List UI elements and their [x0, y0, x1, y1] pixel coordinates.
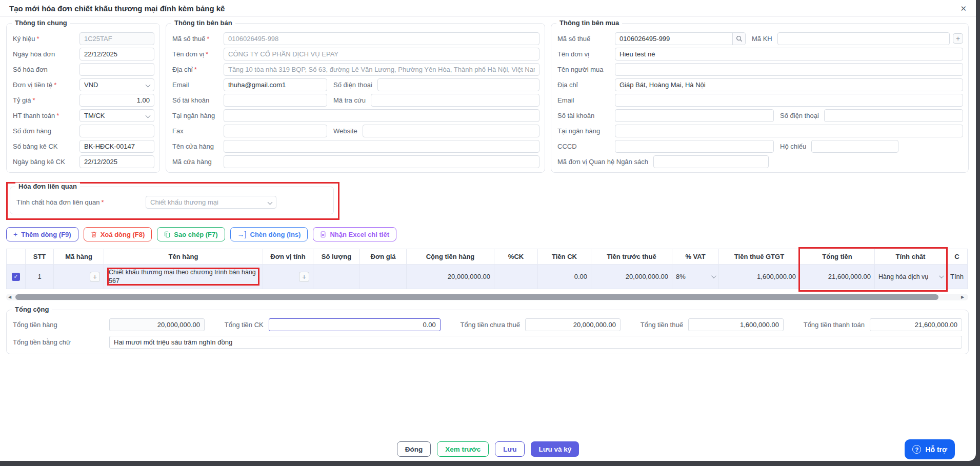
cell-so-luong[interactable] — [313, 265, 360, 289]
field-label: Tổng tiền CK — [225, 321, 264, 329]
field-label: Tên người mua — [557, 66, 604, 73]
cell-ten-hang[interactable]: Chiết khấu thương mại theo chương trình … — [104, 265, 263, 289]
horizontal-scrollbar[interactable]: ◀ ▶ — [6, 294, 968, 300]
buyer-mst-input[interactable] — [615, 32, 746, 45]
cell-vat-select[interactable]: 8% — [672, 265, 719, 289]
search-icon[interactable] — [732, 33, 745, 45]
add-customer-button[interactable]: + — [953, 33, 963, 44]
total-tien-hang-input[interactable] — [109, 318, 205, 331]
section-legend: Thông tin chung — [12, 19, 70, 27]
cell-ck-percent[interactable] — [494, 265, 538, 289]
seller-email-input[interactable] — [224, 78, 327, 91]
seller-mst-input[interactable] — [224, 32, 539, 45]
buyer-passport-input[interactable] — [811, 140, 898, 153]
cell-tong-tien[interactable]: 21,600,000.00 — [800, 265, 875, 289]
question-icon: ? — [912, 445, 921, 454]
so-hoa-don-input[interactable] — [79, 63, 154, 76]
close-button[interactable]: Đóng — [397, 441, 431, 457]
save-button[interactable]: Lưu — [495, 441, 525, 457]
currency-select[interactable] — [79, 78, 154, 91]
field-label: Tổng tiền chưa thuế — [461, 321, 520, 329]
so-bang-ke-input[interactable] — [79, 140, 154, 153]
total-chua-thue-input[interactable] — [525, 318, 621, 331]
required-asterisk: * — [101, 198, 104, 206]
scrollbar-thumb[interactable] — [15, 294, 938, 300]
total-tien-ck-input[interactable] — [269, 318, 441, 331]
required-asterisk: * — [32, 96, 35, 104]
seller-bank-input[interactable] — [224, 109, 539, 122]
buyer-name-input[interactable] — [615, 63, 963, 76]
buyer-bank-input[interactable] — [615, 125, 963, 137]
support-button[interactable]: ? Hỗ trợ — [905, 439, 955, 459]
pick-unit-button[interactable]: + — [299, 272, 309, 282]
insert-row-button[interactable]: →] Chèn dòng (Ins) — [230, 227, 308, 241]
cell-tien-ck[interactable]: 0.00 — [538, 265, 591, 289]
scroll-right-arrow-icon[interactable]: ▶ — [959, 294, 966, 300]
col-don-gia: Đơn giá — [360, 249, 407, 265]
total-bang-chu-input[interactable] — [109, 336, 962, 349]
ky-hieu-input[interactable] — [79, 32, 154, 45]
section-general-info: Thông tin chung Ký hiệu* Ngày hóa đơn Số… — [6, 23, 160, 173]
seller-store-code-input[interactable] — [224, 155, 539, 168]
pick-item-button[interactable]: + — [90, 272, 100, 282]
seller-fax-input[interactable] — [224, 125, 327, 137]
cell-tien-truoc-thue[interactable]: 20,000,000.00 — [591, 265, 672, 289]
buyer-account-input[interactable] — [615, 109, 774, 122]
buyer-cccd-input[interactable] — [615, 140, 774, 153]
total-thue-input[interactable] — [688, 318, 784, 331]
create-invoice-modal: Tạo mới hóa đơn chiết khấu thương mại đí… — [0, 0, 976, 461]
cell-ma-hang[interactable]: + — [54, 265, 104, 289]
total-thanh-toan-input[interactable] — [870, 318, 962, 331]
field-row-ht-thanh-toan: HT thanh toán* — [13, 108, 154, 123]
scroll-left-arrow-icon[interactable]: ◀ — [6, 294, 13, 300]
import-excel-button[interactable]: Nhận Excel chi tiết — [313, 227, 396, 241]
required-asterisk: * — [194, 66, 197, 73]
buyer-customer-code-input[interactable] — [777, 32, 950, 45]
buyer-address-input[interactable] — [615, 78, 963, 91]
cell-cong-tien-hang[interactable]: 20,000,000.00 — [407, 265, 494, 289]
seller-store-name-input[interactable] — [224, 140, 539, 153]
cell-tien-thue-gtgt[interactable]: 1,600,000.00 — [719, 265, 800, 289]
field-label: Tên cửa hàng — [172, 143, 214, 150]
add-row-button[interactable]: + Thêm dòng (F9) — [6, 227, 78, 241]
section-legend: Tổng cộng — [12, 306, 52, 313]
field-label: Mã cửa hàng — [172, 158, 212, 166]
copy-row-button[interactable]: Sao chép (F7) — [157, 227, 225, 241]
field-label: Tên đơn vị — [557, 50, 589, 58]
table-header-row: STT Mã hàng Tên hàng Đơn vị tính Số lượn… — [7, 249, 968, 265]
seller-address-input[interactable] — [224, 63, 539, 76]
ty-gia-input[interactable] — [79, 94, 154, 107]
seller-account-input[interactable] — [224, 94, 327, 107]
close-icon[interactable]: ✕ — [960, 5, 967, 12]
currency-value[interactable] — [79, 78, 154, 91]
field-label: Email — [557, 96, 574, 104]
cell-don-vi-tinh[interactable]: + — [263, 265, 313, 289]
preview-button[interactable]: Xem trước — [437, 441, 489, 457]
save-and-sign-button[interactable]: Lưu và ký — [531, 441, 579, 457]
seller-unit-input[interactable] — [224, 48, 539, 60]
buyer-email-input[interactable] — [615, 94, 963, 107]
payment-method-value[interactable] — [79, 109, 154, 122]
related-invoice-type-select[interactable] — [146, 196, 276, 209]
seller-phone-input[interactable] — [377, 78, 539, 91]
support-label: Hỗ trợ — [925, 445, 947, 454]
delete-row-button[interactable]: Xoá dòng (F8) — [84, 227, 152, 241]
buyer-unit-input[interactable] — [615, 48, 963, 60]
buyer-phone-input[interactable] — [824, 109, 963, 122]
seller-website-input[interactable] — [363, 125, 539, 137]
field-label: Địa chỉ — [557, 81, 578, 89]
related-invoice-type-value[interactable] — [146, 196, 276, 209]
so-don-hang-input[interactable] — [79, 125, 154, 137]
ngay-hoa-don-input[interactable] — [79, 48, 154, 60]
payment-method-select[interactable] — [79, 109, 154, 122]
buyer-budget-code-input[interactable] — [653, 155, 769, 168]
ngay-bang-ke-input[interactable] — [79, 155, 154, 168]
field-label: Đơn vị tiền tệ — [13, 81, 52, 89]
cell-don-gia[interactable] — [360, 265, 407, 289]
cell-tinh-chat-select[interactable]: Hàng hóa dịch vụ — [875, 265, 947, 289]
field-row-ngay-bang-ke: Ngày bảng kê CK — [13, 154, 154, 169]
seller-lookup-input[interactable] — [371, 94, 539, 107]
required-asterisk: * — [207, 35, 209, 43]
row-checkbox[interactable]: ✓ — [12, 273, 20, 281]
col-select — [7, 249, 26, 265]
